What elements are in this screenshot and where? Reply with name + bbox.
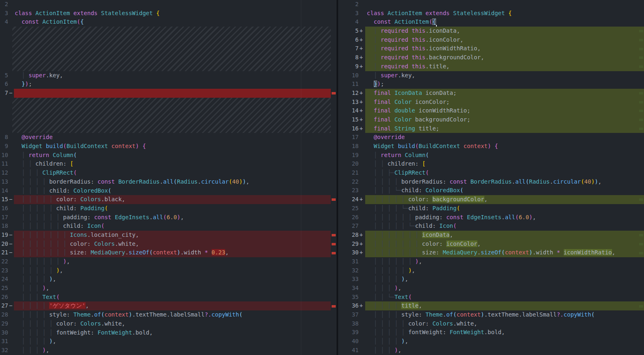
code-line-left-11[interactable]: 11 │ │ children: [ (0, 160, 337, 169)
line-number[interactable]: 29 (338, 240, 359, 249)
code-content[interactable]: │ │ │ │ title, (365, 301, 644, 310)
code-line-left-17[interactable]: 17 │ │ │ │ │ │ padding: const EdgeInsets… (0, 213, 337, 222)
code-content[interactable]: │ │ children: [ (14, 160, 331, 169)
code-line-right-14[interactable]: 14+ final double iconWidthRatio; (338, 106, 644, 115)
code-line-right-12[interactable]: 12+ final IconData iconData; (338, 89, 644, 98)
code-line-left-12[interactable]: 12 │ │ │ ClipRRect( (0, 169, 337, 178)
line-number[interactable]: 12 (0, 169, 8, 178)
line-number[interactable]: 3 (0, 9, 8, 18)
line-number[interactable]: 14 (338, 106, 359, 115)
code-content[interactable]: final Color backgroundColor; (365, 115, 644, 124)
line-number[interactable]: 7 (338, 44, 359, 53)
code-content[interactable]: │ required this.backgroundColor, (365, 53, 644, 62)
code-line-right-37[interactable]: 37 │ │ │ │ style: Theme.of(context).text… (338, 310, 644, 319)
line-number[interactable]: 40 (338, 337, 359, 346)
code-content[interactable]: final Color iconColor; (365, 98, 644, 107)
code-line-right-17[interactable]: 17 @override (338, 133, 644, 142)
left-overview-ruler[interactable] (331, 0, 337, 355)
line-number[interactable]: 28 (338, 231, 359, 240)
code-content[interactable]: │ │ │ │ │ └─child: Icon( (365, 222, 644, 231)
line-number[interactable]: 6 (0, 80, 8, 89)
line-number[interactable]: 2 (0, 0, 8, 9)
code-line-right-3[interactable]: 3class ActionItem extends StatelessWidge… (338, 9, 644, 18)
line-number[interactable]: 9 (0, 142, 8, 151)
code-line-right-11[interactable]: 11 }); (338, 80, 644, 89)
code-line-left-4[interactable]: 4 const ActionItem({ (0, 18, 337, 27)
line-number[interactable]: 11 (338, 80, 359, 89)
code-line-right-38[interactable]: 38 │ │ │ │ │ color: Colors.white, (338, 319, 644, 328)
code-content[interactable]: Widget build(BuildContext context) { (365, 142, 644, 151)
code-content[interactable] (14, 0, 331, 9)
line-number[interactable]: 5 (338, 27, 359, 36)
line-number[interactable]: 23 (338, 186, 359, 195)
code-line-right-4[interactable]: 4 const ActionItem({ (338, 18, 644, 27)
code-content[interactable]: │ │ │ │ │ color: backgroundColor, (365, 195, 644, 204)
code-line-right-13[interactable]: 13+ final Color iconColor; (338, 98, 644, 107)
code-content[interactable]: │ │ │ │ │ fontWeight: FontWeight.bold, (14, 328, 331, 337)
line-number[interactable]: 27 (338, 222, 359, 231)
code-content[interactable]: │ │ │ ), (365, 284, 644, 293)
line-number[interactable]: 8 (0, 133, 8, 142)
code-line-left-10[interactable]: 10 │ return Column( (0, 151, 337, 160)
line-number[interactable]: 33 (338, 275, 359, 284)
line-number[interactable]: 14 (0, 186, 8, 195)
code-line-left-25[interactable]: 25 │ │ │ ), (0, 284, 337, 293)
code-line-right-24[interactable]: 24+ │ │ │ │ │ color: backgroundColor, (338, 195, 644, 204)
code-line-right-39[interactable]: 39 │ │ │ │ │ fontWeight: FontWeight.bold… (338, 328, 644, 337)
code-content[interactable]: │ │ │ │ │ │ child: Icon( (14, 222, 331, 231)
code-line-left-23[interactable]: 23 │ │ │ │ │ ), (0, 266, 337, 275)
code-content[interactable]: │ │ │ │ └─child: Padding( (365, 204, 644, 213)
code-line-right-34[interactable]: 34 │ │ │ ), (338, 284, 644, 293)
code-line-left-9[interactable]: 9 Widget build(BuildContext context) { (0, 142, 337, 151)
code-content[interactable]: │ │ │ │ │ │ │ Icons.location_city, (14, 231, 331, 240)
code-line-right-28[interactable]: 28+ │ │ │ │ │ │ │ iconData, (338, 231, 644, 240)
code-content[interactable]: │ │ │ │ │ │ padding: const EdgeInsets.al… (365, 213, 644, 222)
code-line-right-27[interactable]: 27 │ │ │ │ │ └─child: Icon( (338, 222, 644, 231)
line-number[interactable]: 41 (338, 346, 359, 355)
line-number[interactable]: 17 (0, 213, 8, 222)
code-line-left-31[interactable]: 31 │ │ │ │ ), (0, 337, 337, 346)
code-content[interactable]: │ │ │ │ │ fontWeight: FontWeight.bold, (365, 328, 644, 337)
line-number[interactable]: 38 (338, 319, 359, 328)
line-number[interactable]: 19 (0, 231, 8, 240)
original-editor[interactable]: 23class ActionItem extends StatelessWidg… (0, 0, 337, 355)
code-content[interactable]: │ │ ├─ClipRRect( (365, 169, 644, 178)
code-content[interactable]: │ │ │ └─child: ColoredBox( (365, 186, 644, 195)
line-number[interactable]: 3 (338, 9, 359, 18)
code-line-left-13[interactable]: 13 │ │ │ │ borderRadius: const BorderRad… (0, 178, 337, 186)
line-number[interactable]: 21 (0, 248, 8, 257)
code-line-right-19[interactable]: 19 │ return Column( (338, 151, 644, 160)
code-line-right-7[interactable]: 7+ │ required this.iconWidthRatio, (338, 44, 644, 53)
code-content[interactable]: │ required this.iconData, (365, 27, 644, 36)
code-content[interactable]: Widget build(BuildContext context) { (14, 142, 331, 151)
code-line-left-16[interactable]: 16 │ │ │ │ │ child: Padding( (0, 204, 337, 213)
code-line-left-21[interactable]: 21− │ │ │ │ │ │ │ size: MediaQuery.sizeO… (0, 248, 337, 257)
code-content[interactable]: const ActionItem({ (14, 18, 331, 27)
line-number[interactable]: 36 (338, 301, 359, 310)
code-content[interactable]: │ │ │ │ │ │ ), (14, 257, 331, 266)
code-content[interactable]: @override (14, 133, 331, 142)
code-line-right-9[interactable]: 9+ │ required this.title, (338, 62, 644, 71)
code-content[interactable]: const ActionItem({ (365, 18, 644, 27)
line-number[interactable]: 37 (338, 310, 359, 319)
line-number[interactable]: 9 (338, 62, 359, 71)
code-content[interactable]: │ │ └─Text( (365, 293, 644, 302)
code-content[interactable]: │ │ │ │ │ │ │ iconData, (365, 231, 644, 240)
code-content[interactable]: class ActionItem extends StatelessWidget… (365, 9, 644, 18)
code-content[interactable]: │ │ │ │ │ │ │ color: Colors.white, (14, 240, 331, 249)
code-content[interactable]: final double iconWidthRatio; (365, 106, 644, 115)
code-content[interactable]: │ │ │ │ borderRadius: const BorderRadius… (365, 178, 644, 186)
code-content[interactable]: │ │ │ ), (14, 346, 331, 355)
code-line-right-40[interactable]: 40 │ │ │ │ ), (338, 337, 644, 346)
code-content[interactable]: │ │ │ │ │ ), (14, 266, 331, 275)
line-number[interactable]: 16 (0, 204, 8, 213)
code-content[interactable]: │ │ │ │ │ │ │ size: MediaQuery.sizeOf(co… (365, 248, 644, 257)
code-content[interactable]: @override (365, 133, 644, 142)
code-content[interactable]: │ │ │ ), (365, 346, 644, 355)
line-number[interactable]: 11 (0, 160, 8, 169)
line-number[interactable]: 4 (338, 18, 359, 27)
line-number[interactable]: 18 (0, 222, 8, 231)
code-content[interactable]: final String title; (365, 124, 644, 133)
code-content[interactable]: │ │ │ │ │ │ │ size: MediaQuery.sizeOf(co… (14, 248, 331, 257)
code-line-left-20[interactable]: 20− │ │ │ │ │ │ │ color: Colors.white, (0, 240, 337, 249)
